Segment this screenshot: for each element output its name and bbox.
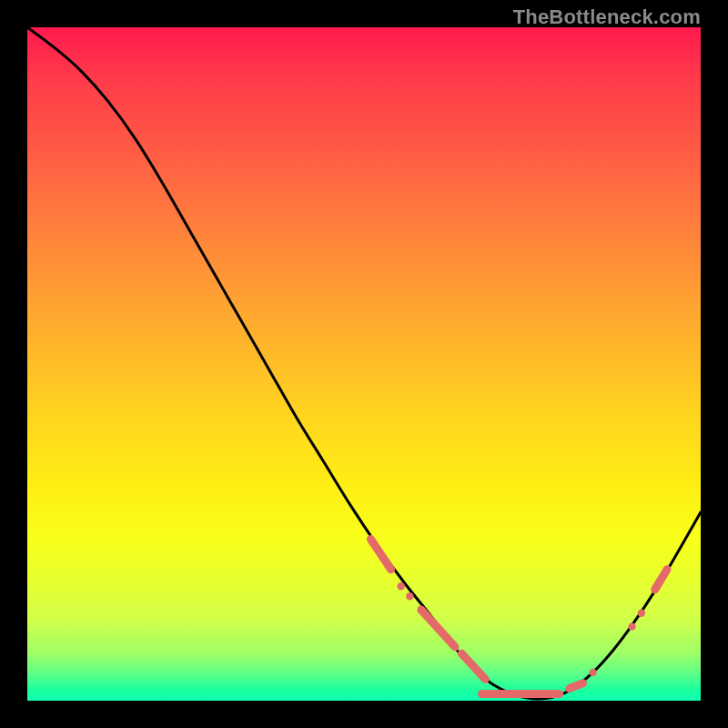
chart-overlay (27, 27, 701, 701)
curve-marker-segment (461, 653, 485, 679)
bottleneck-curve (27, 27, 701, 699)
chart-canvas: TheBottleneck.com (0, 0, 728, 728)
watermark-text: TheBottleneck.com (513, 5, 701, 29)
curve-marker-dot (628, 622, 635, 630)
curve-marker-segment (370, 539, 390, 569)
curve-marker-segment (570, 683, 583, 689)
curve-marker-dot (398, 582, 405, 590)
curve-markers (370, 539, 667, 697)
curve-marker-dot (589, 669, 596, 676)
curve-marker-dot (638, 610, 645, 617)
curve-marker-dot (406, 592, 413, 600)
curve-marker-segment (655, 570, 667, 590)
curve-marker-dot (555, 690, 562, 697)
curve-marker-segment (421, 610, 455, 647)
